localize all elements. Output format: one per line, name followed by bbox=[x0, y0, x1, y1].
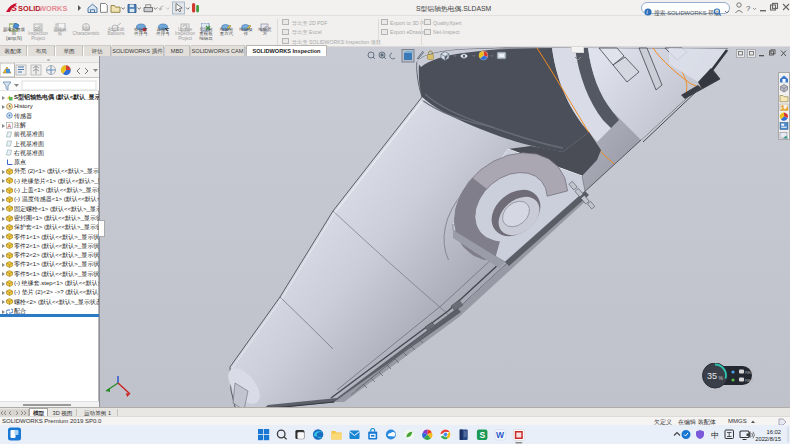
svg-text:%: % bbox=[719, 375, 724, 381]
svg-text:35: 35 bbox=[707, 371, 717, 381]
svg-text:WORKS: WORKS bbox=[39, 4, 67, 13]
svg-text:16:02: 16:02 bbox=[766, 429, 781, 435]
svg-text:?: ? bbox=[746, 4, 751, 13]
svg-text:A: A bbox=[8, 122, 12, 128]
svg-text:REC: REC bbox=[745, 370, 754, 375]
svg-text:REC: REC bbox=[745, 378, 754, 383]
svg-text:S: S bbox=[479, 430, 485, 440]
svg-text:SOLID: SOLID bbox=[18, 4, 41, 13]
svg-text:2022/8/15: 2022/8/15 bbox=[755, 436, 781, 442]
svg-text:中: 中 bbox=[711, 431, 719, 440]
svg-text:W: W bbox=[496, 430, 505, 440]
svg-text:S: S bbox=[11, 3, 17, 13]
